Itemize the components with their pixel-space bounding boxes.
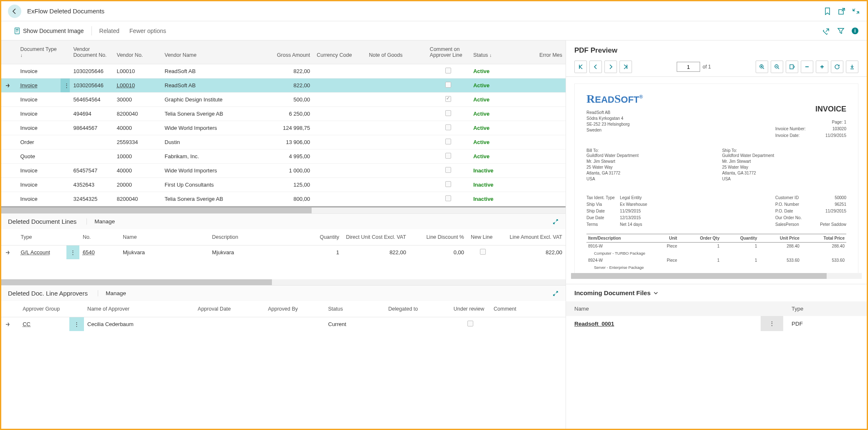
row-menu[interactable] (61, 149, 70, 164)
document-row[interactable]: Invoice 32454325 8200040 Telia Sonera Sv… (1, 192, 566, 206)
document-row[interactable]: Invoice 494694 8200040 Telia Sonera Sver… (1, 107, 566, 121)
document-row[interactable]: Invoice 98644567 40000 Wide World Import… (1, 121, 566, 135)
lines-col-unit-cost[interactable]: Direct Unit Cost Excl. VAT (343, 229, 409, 245)
pdf-next-page-button[interactable] (604, 61, 617, 73)
row-comment-checkbox[interactable] (445, 96, 451, 102)
row-vendor-no[interactable]: 30000 (117, 96, 132, 103)
document-row[interactable]: Quote 10000 Fabrikam, Inc. 4 995,00 Acti… (1, 149, 566, 164)
col-note-goods[interactable]: Note of Goods (365, 40, 426, 64)
lines-col-name[interactable]: Name (119, 229, 209, 245)
row-vendor-no[interactable]: 8200040 (117, 111, 138, 117)
col-status[interactable]: Status ↓ (470, 40, 513, 64)
documents-grid[interactable]: Document Type ↓ Vendor Document No. Vend… (1, 40, 566, 207)
collapse-icon[interactable] (852, 7, 860, 15)
lines-col-line-amt[interactable]: Line Amount Excl. VAT (499, 229, 566, 245)
row-comment-checkbox[interactable] (445, 110, 451, 116)
row-menu[interactable] (61, 178, 70, 192)
appr-col-group[interactable]: Approver Group (19, 301, 69, 317)
document-row[interactable]: Invoice 65457547 40000 Wide World Import… (1, 164, 566, 178)
approvers-manage-button[interactable]: Manage (98, 290, 126, 296)
col-vendor-no[interactable]: Vendor No. (114, 40, 161, 64)
lines-col-new-line[interactable]: New Line (467, 229, 499, 245)
pdf-refresh-button[interactable] (831, 61, 843, 73)
incoming-row[interactable]: Readsoft_0001 ⋮ PDF (566, 316, 867, 331)
appr-col-by[interactable]: Approved By (264, 301, 325, 317)
lines-col-disc[interactable]: Line Discount % (409, 229, 467, 245)
line-type[interactable]: G/L Account (20, 249, 50, 255)
row-vendor-no[interactable]: 20000 (117, 182, 132, 188)
lines-popout-icon[interactable] (552, 218, 559, 225)
row-vendor-no[interactable]: 10000 (117, 153, 132, 159)
lines-col-type[interactable]: Type (17, 229, 66, 245)
document-row[interactable]: Invoice 564654564 30000 Graphic Design I… (1, 93, 566, 107)
lines-col-qty[interactable]: Quantity (298, 229, 343, 245)
pdf-first-page-button[interactable] (574, 61, 587, 73)
incoming-files-grid[interactable]: Name Type Readsoft_0001 ⋮ PDF (566, 301, 867, 331)
pdf-zoom-in-button[interactable] (756, 61, 768, 73)
approvers-popout-icon[interactable] (552, 290, 559, 297)
row-vendor-no[interactable]: 8200040 (117, 196, 138, 202)
popout-icon[interactable] (838, 7, 846, 15)
appr-col-under-review[interactable]: Under review (450, 301, 490, 317)
appr-col-delegated[interactable]: Delegated to (385, 301, 450, 317)
approver-group[interactable]: CC (23, 321, 30, 327)
pdf-zoom-out-button[interactable] (771, 61, 783, 73)
appr-col-comment[interactable]: Comment (490, 301, 566, 317)
document-row[interactable]: Order 2559334 Dustin 13 906,00 Active (1, 135, 566, 149)
grid-h-scrollbar[interactable] (1, 207, 566, 213)
approver-under-review-checkbox[interactable] (467, 321, 473, 326)
row-vendor-no[interactable]: 40000 (117, 125, 132, 131)
pdf-download-button[interactable] (846, 61, 858, 73)
document-row[interactable]: Invoice 4352643 20000 First Up Consultan… (1, 178, 566, 192)
pdf-minus-button[interactable] (801, 61, 813, 73)
approver-row[interactable]: CC ⋮ Cecilia Cederbaum Current (1, 317, 566, 331)
appr-col-name[interactable]: Name of Approver (84, 301, 194, 317)
pdf-plus-button[interactable] (816, 61, 828, 73)
row-comment-checkbox[interactable] (445, 139, 451, 144)
pdf-last-page-button[interactable] (619, 61, 632, 73)
document-row[interactable]: Invoice 1030205646 L00010 ReadSoft AB 82… (1, 64, 566, 78)
row-comment-checkbox[interactable] (445, 167, 451, 173)
row-vendor-no[interactable]: L00010 (117, 68, 135, 74)
pdf-prev-page-button[interactable] (589, 61, 602, 73)
row-menu[interactable] (61, 107, 70, 121)
pdf-fit-width-button[interactable] (786, 61, 798, 73)
bookmark-icon[interactable] (823, 7, 832, 15)
row-menu[interactable] (61, 64, 70, 78)
row-comment-checkbox[interactable] (445, 82, 451, 88)
row-comment-checkbox[interactable] (445, 195, 451, 201)
appr-col-date[interactable]: Approval Date (194, 301, 264, 317)
lines-manage-button[interactable]: Manage (86, 218, 115, 225)
pdf-page-input[interactable] (677, 62, 700, 72)
row-comment-checkbox[interactable] (445, 68, 451, 73)
row-comment-checkbox[interactable] (445, 181, 451, 187)
approvers-grid[interactable]: Approver Group Name of Approver Approval… (1, 301, 566, 331)
row-menu[interactable]: ⋮ (61, 78, 70, 93)
lines-grid[interactable]: Type No. Name Description Quantity Direc… (1, 229, 566, 259)
incoming-file-name[interactable]: Readsoft_0001 (574, 321, 614, 327)
row-vendor-no[interactable]: 2559334 (117, 139, 138, 145)
row-vendor-no[interactable]: L00010 (117, 82, 135, 89)
col-gross-amount[interactable]: Gross Amount (257, 40, 313, 64)
incoming-col-type[interactable]: Type (783, 301, 867, 316)
line-new-line-checkbox[interactable] (480, 249, 486, 255)
incoming-col-name[interactable]: Name (566, 301, 761, 316)
col-comment-approver[interactable]: Comment on Approver Line (426, 40, 470, 64)
row-menu[interactable] (61, 121, 70, 135)
col-currency-code[interactable]: Currency Code (313, 40, 365, 64)
row-menu[interactable] (61, 192, 70, 206)
col-vendor-name[interactable]: Vendor Name (161, 40, 257, 64)
row-comment-checkbox[interactable] (445, 124, 451, 130)
line-row[interactable]: G/L Account ⋮ 6540 Mjukvara Mjukvara 1 8… (1, 245, 566, 260)
row-comment-checkbox[interactable] (445, 153, 451, 159)
row-vendor-no[interactable]: 40000 (117, 167, 132, 174)
pdf-h-scrollbar[interactable] (571, 273, 862, 279)
row-menu[interactable] (61, 164, 70, 178)
lines-col-desc[interactable]: Description (209, 229, 298, 245)
incoming-files-header[interactable]: Incoming Document Files (566, 284, 867, 301)
pdf-viewer[interactable]: READSOFT® INVOICE ReadSoft ABSödra Kyrko… (566, 77, 867, 273)
show-document-image-button[interactable]: Show Document Image (9, 26, 89, 36)
share-icon[interactable] (822, 27, 831, 35)
info-icon[interactable]: i (851, 27, 859, 35)
col-vendor-doc-no[interactable]: Vendor Document No. (70, 40, 113, 64)
